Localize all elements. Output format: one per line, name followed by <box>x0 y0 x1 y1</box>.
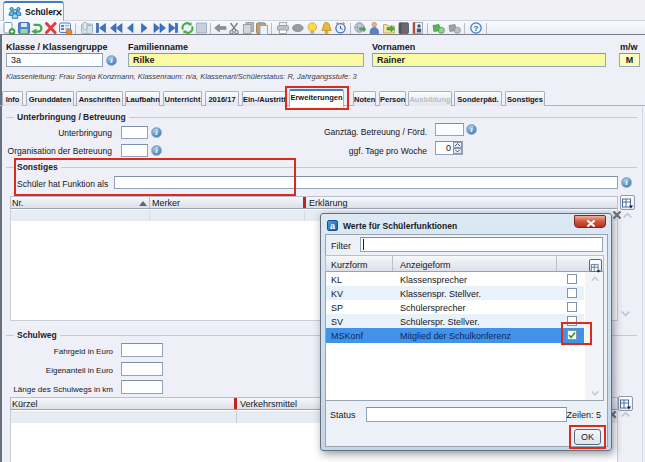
svg-text:?: ? <box>474 24 479 33</box>
